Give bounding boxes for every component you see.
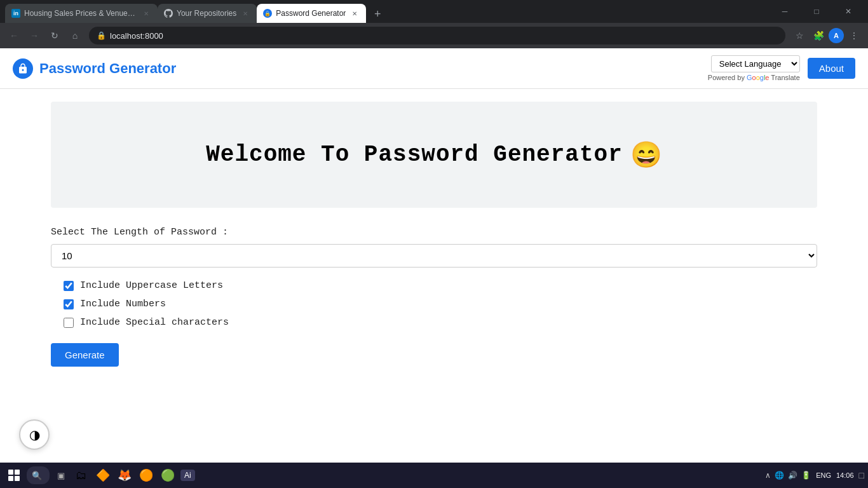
app-title: Password Generator bbox=[39, 60, 176, 77]
taskbar: 🔍 ▣ 🗂 🔶 🦊 🟠 🟢 Ai ∧ 🌐 🔊 🔋 ENG 14:06 □ bbox=[0, 463, 868, 488]
tab-close-housing[interactable]: ✕ bbox=[141, 8, 151, 18]
taskbar-right: ∧ 🌐 🔊 🔋 ENG 14:06 □ bbox=[765, 470, 864, 480]
taskbar-pinned-icons: 🗂 🔶 🦊 🟠 🟢 bbox=[72, 466, 177, 484]
app-logo: Password Generator bbox=[13, 58, 176, 79]
hero-banner: Welcome To Password Generator 😄 bbox=[51, 102, 817, 208]
maximize-button[interactable]: □ bbox=[802, 0, 831, 23]
uppercase-checkbox[interactable] bbox=[64, 281, 74, 291]
special-checkbox-label[interactable]: Include Special characters bbox=[64, 317, 817, 328]
language-indicator: ENG bbox=[816, 471, 831, 479]
about-button[interactable]: About bbox=[808, 58, 855, 79]
tab-strip: in Housing Sales Prices & Venues D ✕ You… bbox=[5, 0, 765, 23]
svg-rect-3 bbox=[15, 476, 20, 481]
hero-emoji: 😄 bbox=[630, 140, 662, 170]
address-bar-row: ← → ↻ ⌂ 🔒 localhost:8000 ☆ 🧩 A ⋮ bbox=[0, 23, 868, 48]
tab-title-github: Your Repositories bbox=[177, 9, 236, 18]
hero-text: Welcome To Password Generator bbox=[206, 142, 623, 168]
time-display: 14:06 bbox=[836, 471, 854, 479]
minimize-button[interactable]: ─ bbox=[770, 0, 799, 23]
window-controls: ─ □ ✕ bbox=[770, 0, 863, 23]
page-content: Password Generator Select Language Power… bbox=[0, 48, 868, 463]
tab-housing[interactable]: in Housing Sales Prices & Venues D ✕ bbox=[5, 4, 158, 23]
tab-favicon-linkedin: in bbox=[11, 9, 20, 18]
profile-avatar[interactable]: A bbox=[829, 28, 844, 43]
ai-taskbar-item[interactable]: Ai bbox=[180, 470, 195, 481]
taskbar-icon-4[interactable]: 🟠 bbox=[137, 466, 155, 484]
numbers-checkbox-label[interactable]: Include Numbers bbox=[64, 299, 817, 309]
powered-by-text: Powered by Google Translate bbox=[708, 74, 800, 81]
browser-window: in Housing Sales Prices & Venues D ✕ You… bbox=[0, 0, 868, 488]
numbers-checkbox[interactable] bbox=[64, 299, 74, 309]
network-icon[interactable]: 🌐 bbox=[775, 471, 784, 480]
tab-favicon-github bbox=[164, 9, 173, 18]
taskview-button[interactable]: ▣ bbox=[52, 466, 70, 484]
logo-icon bbox=[13, 58, 33, 79]
notifications-icon[interactable]: □ bbox=[859, 470, 864, 480]
taskbar-search[interactable]: 🔍 bbox=[27, 466, 50, 484]
uppercase-checkbox-label[interactable]: Include Uppercase Letters bbox=[64, 280, 817, 291]
special-label: Include Special characters bbox=[80, 317, 229, 328]
title-bar: in Housing Sales Prices & Venues D ✕ You… bbox=[0, 0, 868, 23]
uppercase-label: Include Uppercase Letters bbox=[80, 280, 223, 291]
svg-rect-0 bbox=[8, 470, 13, 475]
taskbar-clock: 14:06 bbox=[836, 471, 854, 479]
tab-password-generator[interactable]: 🔒 Password Generator ✕ bbox=[257, 4, 366, 23]
address-bar[interactable]: 🔒 localhost:8000 bbox=[89, 27, 785, 44]
main-content: Welcome To Password Generator 😄 Select T… bbox=[0, 89, 868, 463]
close-button[interactable]: ✕ bbox=[834, 0, 863, 23]
address-text: localhost:8000 bbox=[110, 31, 778, 41]
back-button[interactable]: ← bbox=[5, 27, 23, 44]
tab-close-password[interactable]: ✕ bbox=[349, 8, 360, 18]
language-select[interactable]: Select Language bbox=[711, 55, 800, 72]
tray-expand[interactable]: ∧ bbox=[765, 471, 771, 480]
menu-button[interactable]: ⋮ bbox=[845, 27, 863, 44]
tab-close-github[interactable]: ✕ bbox=[240, 8, 250, 18]
extensions-button[interactable]: 🧩 bbox=[810, 27, 827, 44]
controls-section: Select The Length of Password : 10 6 7 8… bbox=[51, 220, 817, 373]
taskbar-icon-1[interactable]: 🗂 bbox=[72, 466, 90, 484]
taskbar-icon-2[interactable]: 🔶 bbox=[94, 466, 112, 484]
special-checkbox[interactable] bbox=[64, 318, 74, 328]
tab-github[interactable]: Your Repositories ✕ bbox=[158, 4, 257, 23]
home-button[interactable]: ⌂ bbox=[66, 27, 84, 44]
checkboxes-group: Include Uppercase Letters Include Number… bbox=[64, 280, 817, 328]
taskbar-icon-5[interactable]: 🟢 bbox=[159, 466, 177, 484]
dark-mode-button[interactable]: ◑ bbox=[19, 419, 50, 450]
tab-title-housing: Housing Sales Prices & Venues D bbox=[24, 9, 137, 18]
start-button[interactable] bbox=[4, 465, 24, 485]
app-header: Password Generator Select Language Power… bbox=[0, 48, 868, 89]
battery-icon[interactable]: 🔋 bbox=[801, 471, 811, 480]
length-label: Select The Length of Password : bbox=[51, 227, 817, 238]
taskbar-icon-3[interactable]: 🦊 bbox=[116, 466, 133, 484]
ai-label: Ai bbox=[184, 471, 191, 480]
header-right: Select Language Powered by Google Transl… bbox=[708, 55, 855, 81]
length-select[interactable]: 10 6 7 8 9 11 12 14 16 18 20 bbox=[51, 244, 817, 268]
svg-rect-2 bbox=[8, 476, 13, 481]
system-tray: ∧ 🌐 🔊 🔋 bbox=[765, 471, 811, 480]
reload-button[interactable]: ↻ bbox=[46, 27, 64, 44]
new-tab-button[interactable]: + bbox=[369, 5, 386, 23]
bookmark-button[interactable]: ☆ bbox=[790, 27, 808, 44]
search-icon: 🔍 bbox=[32, 471, 42, 480]
forward-button[interactable]: → bbox=[25, 27, 43, 44]
tab-title-password: Password Generator bbox=[276, 9, 346, 18]
generate-button[interactable]: Generate bbox=[51, 343, 119, 367]
svg-rect-1 bbox=[15, 470, 20, 475]
language-selector-wrap: Select Language Powered by Google Transl… bbox=[708, 55, 800, 81]
volume-icon[interactable]: 🔊 bbox=[788, 471, 797, 480]
tab-favicon-lock: 🔒 bbox=[263, 9, 272, 18]
numbers-label: Include Numbers bbox=[80, 299, 166, 309]
toolbar-icons: ☆ 🧩 A ⋮ bbox=[790, 27, 863, 44]
secure-icon: 🔒 bbox=[97, 31, 106, 40]
